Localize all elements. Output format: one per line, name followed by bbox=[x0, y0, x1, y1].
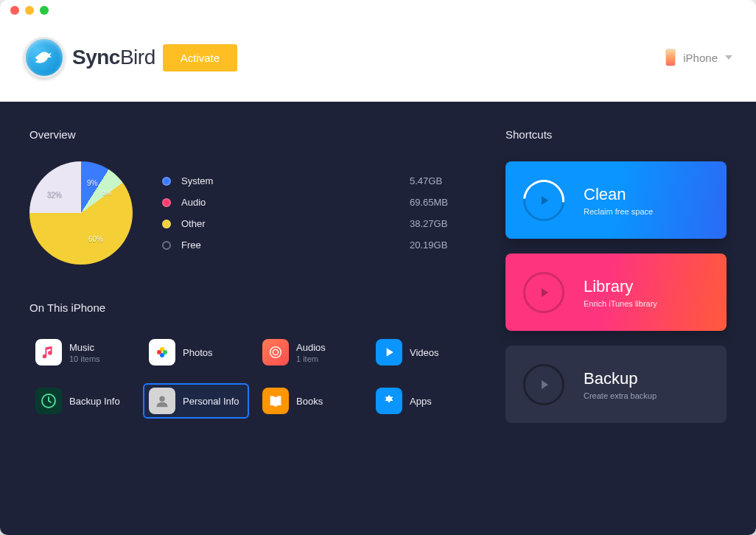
legend-value: 69.65MB bbox=[410, 197, 476, 208]
category-photos[interactable]: Photos bbox=[143, 335, 249, 370]
books-icon bbox=[262, 388, 289, 414]
play-icon bbox=[542, 380, 548, 389]
legend-value: 38.27GB bbox=[410, 218, 476, 229]
brand-bold: Sync bbox=[72, 46, 120, 69]
shortcut-library[interactable]: Library Enrich iTunes library bbox=[505, 253, 727, 331]
shortcut-title: Library bbox=[584, 277, 657, 296]
photos-icon bbox=[149, 339, 175, 366]
category-name: Personal Info bbox=[183, 396, 239, 407]
minimize-window-button[interactable] bbox=[25, 6, 34, 15]
shortcut-title: Backup bbox=[584, 369, 657, 388]
device-selector[interactable]: iPhone bbox=[665, 49, 732, 66]
overview-row: 9% 0% 60% 32% System 5.47GB Audio 69.65M… bbox=[29, 161, 476, 265]
device-icon bbox=[665, 49, 676, 66]
chevron-down-icon bbox=[725, 55, 732, 60]
category-name: Audios bbox=[296, 342, 326, 353]
activate-button[interactable]: Activate bbox=[163, 44, 237, 71]
pie-label-audio: 0% bbox=[102, 189, 111, 197]
legend-name: System bbox=[181, 175, 233, 186]
zoom-window-button[interactable] bbox=[40, 6, 49, 15]
content: Overview 9% 0% 60% 32% System 5.47GB bbox=[0, 102, 756, 535]
play-icon bbox=[542, 196, 548, 205]
shortcut-backup[interactable]: Backup Create extra backup bbox=[505, 346, 727, 423]
svg-point-4 bbox=[270, 347, 281, 358]
category-audios[interactable]: Audios 1 item bbox=[256, 335, 363, 370]
overview-title: Overview bbox=[29, 128, 476, 141]
play-icon bbox=[542, 288, 548, 297]
bird-icon bbox=[33, 46, 55, 69]
dot-icon bbox=[162, 198, 171, 207]
shortcut-clean[interactable]: Clean Reclaim free space bbox=[505, 161, 727, 239]
legend-name: Other bbox=[181, 218, 233, 229]
categories-grid: Music 10 items Photos Audios 1 item bbox=[29, 335, 476, 419]
category-name: Apps bbox=[410, 396, 432, 407]
category-name: Photos bbox=[183, 347, 212, 358]
legend-row-other: Other 38.27GB bbox=[162, 218, 476, 229]
titlebar bbox=[0, 0, 756, 21]
shortcut-sub: Create extra backup bbox=[584, 391, 657, 400]
category-name: Books bbox=[296, 396, 323, 407]
brand-name: SyncBird bbox=[72, 46, 155, 69]
close-window-button[interactable] bbox=[10, 6, 19, 15]
pie-label-system: 9% bbox=[87, 179, 97, 187]
left-panel: Overview 9% 0% 60% 32% System 5.47GB bbox=[29, 128, 476, 506]
shortcut-title: Clean bbox=[584, 185, 653, 204]
storage-pie-chart: 9% 0% 60% 32% bbox=[29, 161, 133, 265]
category-sub: 1 item bbox=[296, 354, 326, 363]
category-sub: 10 items bbox=[69, 354, 100, 363]
dot-icon bbox=[162, 177, 171, 186]
right-panel: Shortcuts Clean Reclaim free space Libra… bbox=[505, 128, 727, 506]
svg-point-7 bbox=[159, 396, 164, 402]
pie-label-free: 32% bbox=[47, 191, 62, 199]
shortcut-sub: Reclaim free space bbox=[584, 207, 653, 216]
category-books[interactable]: Books bbox=[256, 383, 363, 419]
library-circle-icon bbox=[523, 272, 564, 313]
brand-light: Bird bbox=[120, 46, 155, 69]
category-name: Videos bbox=[410, 347, 439, 358]
category-apps[interactable]: Apps bbox=[370, 383, 476, 419]
backup-circle-icon bbox=[523, 364, 564, 405]
shortcut-sub: Enrich iTunes library bbox=[584, 299, 657, 308]
category-music[interactable]: Music 10 items bbox=[29, 335, 136, 370]
category-backup-info[interactable]: Backup Info bbox=[29, 383, 136, 419]
clean-progress-icon bbox=[523, 180, 564, 221]
videos-icon bbox=[376, 339, 402, 366]
legend-name: Audio bbox=[181, 197, 233, 208]
category-videos[interactable]: Videos bbox=[370, 335, 476, 370]
music-icon bbox=[35, 339, 62, 366]
legend-name: Free bbox=[181, 239, 233, 251]
legend-value: 20.19GB bbox=[410, 239, 476, 251]
dot-icon bbox=[162, 241, 171, 250]
dot-icon bbox=[162, 220, 171, 228]
brand-area: SyncBird Activate bbox=[24, 37, 237, 78]
header: SyncBird Activate iPhone bbox=[0, 21, 756, 102]
personal-info-icon bbox=[149, 388, 175, 414]
legend-value: 5.47GB bbox=[410, 175, 476, 186]
audios-icon bbox=[262, 339, 289, 366]
legend-row-system: System 5.47GB bbox=[162, 175, 476, 186]
apps-icon bbox=[376, 388, 402, 414]
svg-point-5 bbox=[273, 349, 278, 354]
legend-row-free: Free 20.19GB bbox=[162, 239, 476, 251]
device-label: iPhone bbox=[683, 52, 718, 64]
pie-label-other: 60% bbox=[88, 235, 103, 243]
svg-point-3 bbox=[157, 350, 161, 354]
category-name: Backup Info bbox=[69, 396, 120, 407]
app-window: SyncBird Activate iPhone Overview 9% 0% … bbox=[0, 0, 756, 535]
legend-row-audio: Audio 69.65MB bbox=[162, 197, 476, 208]
shortcuts-title: Shortcuts bbox=[505, 128, 727, 141]
category-personal-info[interactable]: Personal Info bbox=[143, 383, 249, 419]
backup-info-icon bbox=[35, 388, 62, 414]
category-name: Music bbox=[69, 342, 100, 353]
categories-title: On This iPhone bbox=[29, 301, 476, 314]
storage-legend: System 5.47GB Audio 69.65MB Other 38.27G… bbox=[162, 175, 476, 251]
app-logo-icon bbox=[24, 37, 65, 78]
